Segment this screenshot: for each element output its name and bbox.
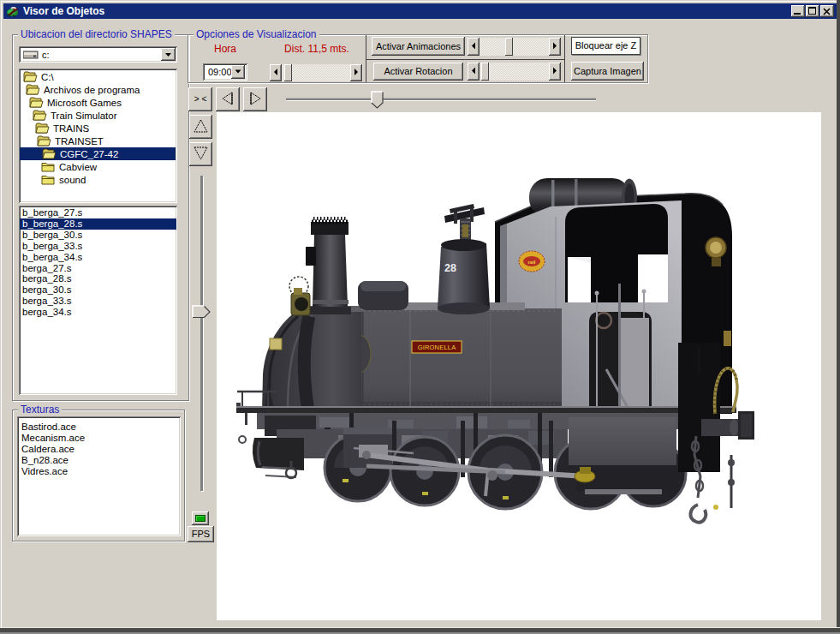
svg-text:rail: rail (527, 260, 535, 265)
svg-text:28: 28 (444, 262, 456, 274)
svg-text:GIRONELLA: GIRONELLA (418, 344, 456, 351)
